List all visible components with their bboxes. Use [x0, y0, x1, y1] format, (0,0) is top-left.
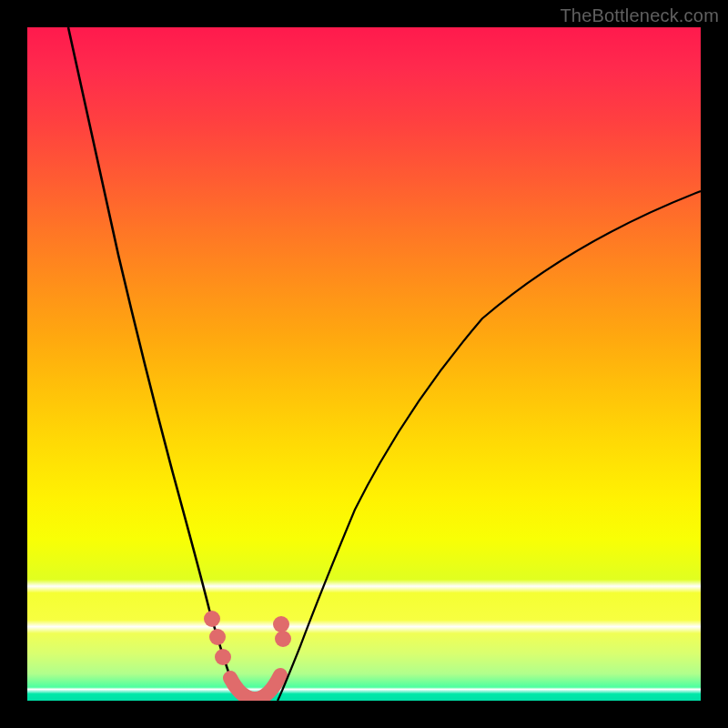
bead — [204, 611, 220, 627]
curve-layer — [27, 27, 701, 701]
bead — [275, 631, 291, 647]
bead — [215, 649, 231, 665]
chart-frame: TheBottleneck.com — [0, 0, 728, 728]
bead-group — [204, 611, 291, 665]
plot-area — [27, 27, 701, 701]
u-bottom-stroke — [230, 675, 280, 699]
right-curve — [278, 191, 701, 701]
bead — [209, 629, 226, 645]
left-curve — [68, 27, 241, 701]
watermark-text: TheBottleneck.com — [560, 5, 719, 26]
bead — [273, 616, 289, 632]
